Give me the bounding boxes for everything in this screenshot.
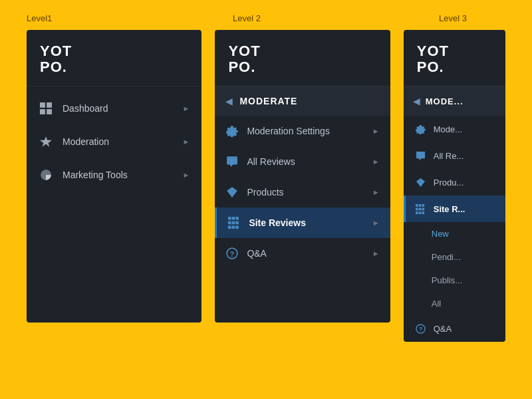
- logo-text: YOT PO.: [40, 43, 188, 75]
- chevron-right-icon: ►: [372, 219, 380, 227]
- l2-nav-moderation-settings[interactable]: Moderation Settings ►: [215, 116, 390, 146]
- l3-sub-item-published[interactable]: Publis...: [404, 269, 505, 292]
- svg-rect-10: [232, 221, 235, 225]
- grid-sm-icon-l3: [415, 203, 427, 215]
- l2-nav-all-reviews[interactable]: All Reviews ►: [215, 146, 390, 177]
- chevron-right-icon: ►: [372, 188, 380, 196]
- svg-rect-26: [419, 211, 422, 214]
- logo-area-l2: YOT PO.: [215, 30, 390, 86]
- svg-rect-3: [47, 110, 52, 115]
- l3-nav-products[interactable]: Produ...: [404, 169, 505, 196]
- svg-rect-27: [422, 211, 425, 214]
- l3-header-title: MODE...: [426, 96, 464, 106]
- pie-icon: [39, 168, 53, 182]
- logo-area: YOT PO.: [27, 30, 201, 86]
- gear-icon-l3: [415, 123, 427, 135]
- svg-rect-9: [228, 221, 231, 225]
- svg-rect-25: [416, 211, 418, 214]
- svg-rect-14: [236, 226, 239, 229]
- l2-nav-site-reviews[interactable]: Site Reviews ►: [215, 207, 390, 238]
- chevron-right-icon: ►: [372, 127, 380, 135]
- grid-icon: [39, 101, 53, 116]
- chevron-right-icon: ►: [372, 249, 380, 257]
- logo-area-l3: YOT PO.: [404, 30, 505, 86]
- svg-rect-19: [416, 204, 418, 207]
- svg-rect-7: [232, 217, 235, 220]
- question-icon: ?: [225, 247, 239, 260]
- chevron-right-icon: ►: [182, 171, 190, 179]
- chat-icon: [225, 155, 239, 168]
- l2-nav-qa[interactable]: ? Q&A ►: [215, 238, 390, 269]
- back-arrow-l3-icon[interactable]: ◀: [413, 96, 420, 106]
- chat-icon-l3: [415, 150, 427, 162]
- panel-level3: YOT PO. ◀ MODE... Mode... All Re...: [404, 30, 505, 342]
- svg-marker-5: [227, 188, 238, 198]
- level3-label: Level 3: [439, 13, 505, 23]
- panel-level1: YOT PO. Dashboard ►: [27, 30, 201, 323]
- grid-sm-icon: [227, 216, 241, 229]
- star-icon: [39, 134, 53, 149]
- panel-level2: YOT PO. ◀ MODERATE Moderation Settings ►: [215, 30, 390, 323]
- nav-item-moderation[interactable]: Moderation ►: [27, 125, 201, 158]
- l2-header-title: MODERATE: [239, 96, 297, 106]
- svg-rect-20: [419, 204, 422, 207]
- l3-nav-qa[interactable]: ? Q&A: [404, 315, 505, 342]
- svg-rect-8: [236, 217, 239, 220]
- svg-rect-12: [228, 226, 231, 229]
- svg-rect-23: [419, 208, 422, 211]
- logo-text-l3: YOT PO.: [417, 43, 492, 75]
- chevron-right-icon: ►: [182, 104, 190, 112]
- nav-item-dashboard[interactable]: Dashboard ►: [27, 92, 201, 125]
- svg-rect-24: [422, 208, 425, 211]
- svg-rect-13: [232, 226, 235, 229]
- level2-label: Level 2: [233, 13, 439, 23]
- l3-nav-moderation-settings[interactable]: Mode...: [404, 116, 505, 142]
- svg-marker-18: [416, 178, 425, 187]
- svg-rect-11: [236, 221, 239, 225]
- l3-sub-item-pending[interactable]: Pendi...: [404, 245, 505, 269]
- svg-rect-22: [416, 208, 418, 211]
- diamond-icon: [225, 186, 239, 199]
- l2-header: ◀ MODERATE: [215, 86, 390, 116]
- svg-rect-1: [47, 102, 52, 108]
- svg-rect-0: [40, 102, 45, 108]
- l2-nav-list: Moderation Settings ► All Reviews ►: [215, 116, 390, 269]
- svg-marker-4: [40, 137, 52, 148]
- gear-icon: [225, 124, 239, 138]
- l2-nav-products[interactable]: Products ►: [215, 177, 390, 207]
- svg-text:?: ?: [230, 250, 235, 258]
- nav-item-marketing-tools[interactable]: Marketing Tools ►: [27, 158, 201, 192]
- level1-label: Level1: [27, 13, 233, 23]
- l3-nav-site-reviews[interactable]: Site R...: [404, 196, 505, 222]
- svg-rect-21: [422, 204, 425, 207]
- back-arrow-icon[interactable]: ◀: [225, 96, 233, 106]
- l3-sub-item-new[interactable]: New: [404, 222, 505, 245]
- l3-header: ◀ MODE...: [404, 86, 505, 116]
- l3-sub-item-all[interactable]: All: [404, 292, 505, 315]
- chevron-right-icon: ►: [372, 158, 380, 166]
- l3-nav-all-reviews[interactable]: All Re...: [404, 142, 505, 169]
- diamond-icon-l3: [415, 176, 427, 188]
- nav-list-l1: Dashboard ► Moderation ►: [27, 86, 201, 197]
- logo-text-l2: YOT PO.: [228, 43, 376, 75]
- svg-text:?: ?: [419, 326, 423, 332]
- svg-rect-2: [40, 110, 45, 115]
- svg-rect-6: [228, 217, 231, 220]
- question-icon-l3: ?: [415, 323, 427, 334]
- chevron-right-icon: ►: [182, 138, 190, 146]
